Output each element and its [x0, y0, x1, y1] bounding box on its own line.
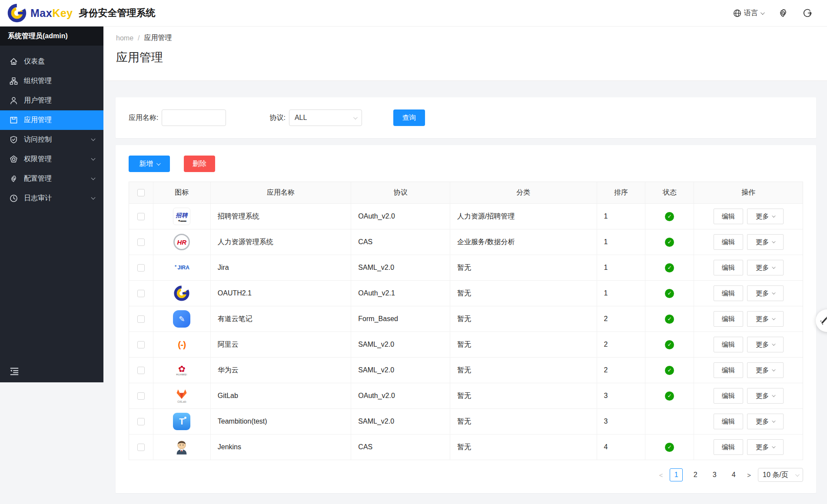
- chevron-down-icon: [91, 137, 96, 141]
- more-button[interactable]: 更多: [747, 337, 784, 352]
- row-checkbox[interactable]: [137, 392, 145, 400]
- edit-button[interactable]: 编辑: [714, 388, 743, 404]
- chevron-down-icon: [772, 393, 775, 397]
- row-checkbox[interactable]: [137, 264, 145, 272]
- edit-button[interactable]: 编辑: [714, 260, 743, 275]
- search-button[interactable]: 查询: [393, 109, 425, 126]
- add-button[interactable]: 新增: [129, 156, 170, 172]
- sidebar-item-shield[interactable]: 访问控制: [0, 130, 103, 149]
- app-icon-jira: ✶JIRA: [173, 259, 190, 276]
- table-row: (-) 阿里云 SAML_v2.0 暂无 2 ✓ 编辑 更多: [129, 332, 803, 358]
- sidebar-item-home[interactable]: 仪表盘: [0, 52, 103, 71]
- app-name-cell: 人力资源管理系统: [211, 229, 352, 255]
- sidebar-item-gem[interactable]: 权限管理: [0, 149, 103, 169]
- edit-button[interactable]: 编辑: [714, 414, 743, 429]
- row-checkbox[interactable]: [137, 444, 145, 451]
- page-number-3[interactable]: 3: [708, 468, 721, 481]
- breadcrumb-separator: /: [138, 34, 139, 42]
- more-button[interactable]: 更多: [747, 439, 784, 455]
- gear-icon: [778, 8, 788, 18]
- breadcrumb-home-link[interactable]: home: [116, 34, 133, 42]
- sidebar-item-label: 用户管理: [24, 96, 95, 105]
- settings-button[interactable]: [778, 8, 788, 18]
- edit-button[interactable]: 编辑: [714, 337, 743, 352]
- sort-cell: 2: [597, 306, 646, 332]
- more-button[interactable]: 更多: [747, 209, 784, 224]
- page-number-1[interactable]: 1: [670, 468, 683, 481]
- prev-page-button[interactable]: <: [658, 471, 664, 479]
- category-cell: 暂无: [450, 383, 597, 408]
- sidebar-collapse-button[interactable]: [10, 367, 19, 377]
- sidebar-item-label: 访问控制: [24, 135, 86, 144]
- page-number-2[interactable]: 2: [689, 468, 702, 481]
- row-checkbox[interactable]: [137, 315, 145, 323]
- protocol-select[interactable]: ALL: [289, 109, 362, 126]
- filter-card: 应用名称: 协议: ALL 查询: [116, 97, 816, 138]
- more-button[interactable]: 更多: [747, 234, 784, 250]
- chevron-down-icon: [772, 214, 775, 217]
- sidebar-item-app[interactable]: 应用管理: [0, 110, 103, 130]
- sidebar-item-org[interactable]: 组织管理: [0, 71, 103, 91]
- app-name-cell: 华为云: [211, 358, 352, 383]
- row-checkbox[interactable]: [137, 418, 145, 425]
- edit-button[interactable]: 编辑: [714, 311, 743, 327]
- sidebar-item-label: 仪表盘: [24, 57, 95, 66]
- app-icon-huawei: ✿HUAWEI: [173, 361, 190, 379]
- row-checkbox[interactable]: [137, 290, 145, 297]
- chevron-down-icon: [772, 342, 775, 345]
- app-icon-maxkey: [173, 285, 190, 302]
- more-button[interactable]: 更多: [747, 388, 784, 404]
- column-header: 操作: [694, 182, 803, 203]
- app-name-cell: GitLab: [211, 383, 352, 408]
- row-checkbox[interactable]: [137, 239, 145, 246]
- chevron-down-icon: [772, 239, 775, 243]
- table-row: ✿HUAWEI 华为云 SAML_v2.0 暂无 2 ✓ 编辑 更多: [129, 358, 803, 383]
- next-page-button[interactable]: >: [746, 471, 752, 479]
- edit-button[interactable]: 编辑: [714, 209, 743, 224]
- app-icon-zhaopin: 招聘◄▬▬: [173, 208, 190, 225]
- more-button[interactable]: 更多: [747, 285, 784, 301]
- app-name-input[interactable]: [162, 109, 226, 126]
- chevron-down-icon: [91, 176, 96, 180]
- status-active-badge: ✓: [665, 443, 674, 452]
- edit-button[interactable]: 编辑: [714, 439, 743, 455]
- row-checkbox[interactable]: [137, 213, 145, 220]
- app-icon-teambition: T: [173, 413, 190, 430]
- edit-button[interactable]: 编辑: [714, 362, 743, 378]
- globe-icon: [733, 9, 741, 17]
- more-button[interactable]: 更多: [747, 311, 784, 327]
- sort-cell: 1: [597, 281, 646, 306]
- table-card: 新增 删除 图标应用名称协议分类排序状态操作 招聘◄▬▬ 招聘管理系统 OAut…: [116, 145, 816, 493]
- page-number-4[interactable]: 4: [727, 468, 740, 481]
- sidebar-item-gear[interactable]: 配置管理: [0, 169, 103, 189]
- breadcrumb-current: 应用管理: [144, 33, 172, 43]
- row-checkbox[interactable]: [137, 341, 145, 348]
- row-checkbox[interactable]: [137, 367, 145, 374]
- sidebar-item-user[interactable]: 用户管理: [0, 91, 103, 110]
- more-button[interactable]: 更多: [747, 260, 784, 275]
- app-name-cell: 阿里云: [211, 332, 352, 357]
- category-cell: 暂无: [450, 409, 597, 434]
- table-header-row: 图标应用名称协议分类排序状态操作: [129, 182, 803, 204]
- page-size-value: 10 条/页: [763, 471, 788, 480]
- edit-button[interactable]: 编辑: [714, 234, 743, 250]
- edit-button[interactable]: 编辑: [714, 285, 743, 301]
- sidebar-item-label: 日志审计: [24, 194, 86, 203]
- logout-button[interactable]: [803, 8, 812, 18]
- select-all-checkbox[interactable]: [137, 189, 145, 196]
- sidebar-item-clock[interactable]: 日志审计: [0, 189, 103, 208]
- delete-button[interactable]: 删除: [184, 156, 215, 172]
- page-size-select[interactable]: 10 条/页: [758, 468, 803, 482]
- column-header: 分类: [450, 182, 597, 203]
- chevron-down-icon: [353, 115, 358, 119]
- more-button[interactable]: 更多: [747, 414, 784, 429]
- status-active-badge: ✓: [665, 315, 674, 324]
- more-button[interactable]: 更多: [747, 362, 784, 378]
- status-active-badge: ✓: [665, 366, 674, 375]
- table-toolbar: 新增 删除: [129, 156, 803, 172]
- language-selector[interactable]: 语言: [733, 9, 764, 18]
- chevron-down-icon: [795, 472, 800, 477]
- protocol-cell: SAML_v2.0: [351, 409, 450, 434]
- category-cell: 企业服务/数据分析: [450, 229, 597, 255]
- chevron-down-icon: [772, 265, 775, 269]
